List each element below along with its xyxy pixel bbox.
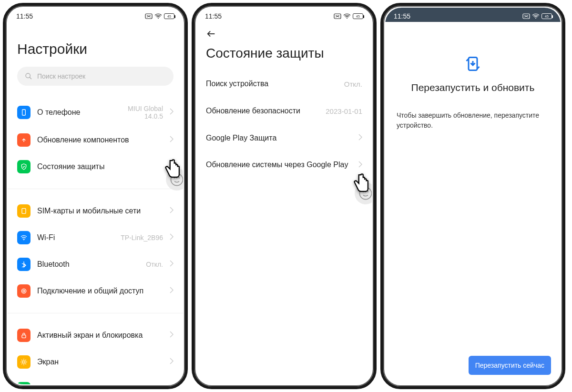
wifi-icon xyxy=(343,13,351,19)
chevron-right-icon xyxy=(170,207,174,215)
search-icon xyxy=(25,72,32,80)
bluetooth-icon xyxy=(17,258,31,271)
chevron-right-icon xyxy=(170,331,174,340)
status-bar: 11:55 45 xyxy=(8,8,183,22)
item-bluetooth[interactable]: Bluetooth Откл. xyxy=(17,251,174,278)
item-lockscreen[interactable]: Активный экран и блокировка xyxy=(17,322,174,349)
svg-line-5 xyxy=(30,77,31,79)
cast-icon xyxy=(145,13,153,19)
wifi-icon xyxy=(17,231,31,244)
item-connection-share[interactable]: Подключение и общий доступ xyxy=(17,278,174,304)
back-button[interactable] xyxy=(206,22,362,44)
clock: 11:55 xyxy=(205,12,222,20)
item-label: Wi-Fi xyxy=(37,233,114,242)
svg-rect-7 xyxy=(22,209,26,214)
item-sound[interactable]: Звук и вибрация xyxy=(17,375,174,384)
chevron-right-icon xyxy=(170,108,174,117)
battery-icon: 45 xyxy=(353,13,363,19)
svg-point-9 xyxy=(23,290,25,292)
svg-rect-6 xyxy=(22,110,26,115)
wifi-icon xyxy=(154,13,162,19)
status-bar: 11:55 45 xyxy=(196,8,372,22)
item-label: Активный экран и блокировка xyxy=(37,331,163,340)
item-label: Обновление компонентов xyxy=(37,135,163,144)
status-icons: 45 xyxy=(522,13,552,19)
lock-icon xyxy=(17,329,31,342)
row-security-update[interactable]: Обновление безопасности 2023-01-01 xyxy=(206,98,362,125)
svg-point-13 xyxy=(171,174,183,186)
cast-icon xyxy=(522,13,530,19)
row-play-protect[interactable]: Google Play Защита xyxy=(206,125,362,152)
status-bar: 11:55 45 xyxy=(385,8,561,22)
item-label: Экран xyxy=(37,357,163,366)
row-label: Google Play Защита xyxy=(206,133,358,143)
upload-icon xyxy=(17,133,31,147)
svg-point-22 xyxy=(535,18,536,19)
item-label: SIM-карты и мобильные сети xyxy=(37,206,163,215)
chevron-right-icon xyxy=(358,134,362,142)
chevron-right-icon xyxy=(170,287,174,295)
row-find-device[interactable]: Поиск устройства Откл. xyxy=(206,70,362,98)
item-label: Состояние защиты xyxy=(37,162,174,171)
item-label: О телефоне xyxy=(37,108,121,117)
restart-now-button[interactable]: Перезапустить сейчас xyxy=(469,356,551,375)
dialog-title: Перезапустить и обновить xyxy=(397,82,549,93)
row-value: 2023-01-01 xyxy=(326,107,362,115)
svg-point-12 xyxy=(22,361,25,363)
chevron-right-icon xyxy=(170,136,174,144)
svg-point-17 xyxy=(347,18,347,19)
sun-icon xyxy=(17,355,31,369)
svg-point-18 xyxy=(360,188,372,200)
battery-icon: 45 xyxy=(164,13,174,19)
share-icon xyxy=(17,284,31,298)
divider xyxy=(8,313,183,313)
row-label: Поиск устройства xyxy=(206,79,344,89)
row-label: Обновление системы через Google Play xyxy=(206,160,358,170)
row-system-update[interactable]: Обновление системы через Google Play xyxy=(206,151,362,179)
divider xyxy=(8,189,183,189)
item-value: MIUI Global 14.0.5 xyxy=(128,105,163,120)
svg-point-8 xyxy=(23,240,24,241)
svg-point-3 xyxy=(158,18,159,19)
item-security-status[interactable]: Состояние защиты xyxy=(17,153,174,180)
chevron-right-icon xyxy=(170,358,174,366)
phone-frame-1: 11:55 45 Настройки Поиск настроек О теле… xyxy=(3,3,188,389)
item-display[interactable]: Экран xyxy=(17,349,174,375)
wifi-icon xyxy=(532,13,540,19)
chevron-right-icon xyxy=(358,161,362,170)
dialog-description: Чтобы завершить обновление, перезапустит… xyxy=(397,111,549,131)
item-label: Подключение и общий доступ xyxy=(37,286,163,295)
speaker-icon xyxy=(17,382,31,384)
item-components-update[interactable]: Обновление компонентов xyxy=(17,127,174,153)
item-wifi[interactable]: Wi-Fi TP-Link_2B96 xyxy=(17,224,174,251)
svg-rect-11 xyxy=(22,335,26,338)
phone-frame-3: 11:55 45 Перезапустить и обновить Чтобы … xyxy=(380,3,565,389)
status-icons: 45 xyxy=(334,13,363,19)
item-label: Звук и вибрация xyxy=(37,384,163,384)
phone-icon xyxy=(17,106,31,119)
page-title: Настройки xyxy=(17,22,174,67)
search-input[interactable]: Поиск настроек xyxy=(17,67,174,86)
item-label: Bluetooth xyxy=(37,260,139,269)
chevron-right-icon xyxy=(170,260,174,269)
item-sim[interactable]: SIM-карты и мобильные сети xyxy=(17,198,174,224)
status-icons: 45 xyxy=(145,13,174,19)
svg-point-4 xyxy=(26,73,30,78)
page-title: Состояние защиты xyxy=(206,44,362,70)
row-label: Обновление безопасности xyxy=(206,106,326,116)
item-value: TP-Link_2B96 xyxy=(121,234,163,241)
item-about-phone[interactable]: О телефоне MIUI Global 14.0.5 xyxy=(17,98,174,127)
update-icon xyxy=(397,22,549,82)
cast-icon xyxy=(334,13,341,19)
phone-frame-2: 11:55 45 Состояние защиты Поиск устройст… xyxy=(192,3,377,389)
shield-icon xyxy=(17,160,31,173)
battery-icon: 45 xyxy=(541,13,552,19)
sim-icon xyxy=(17,204,31,218)
svg-point-10 xyxy=(21,289,26,293)
arrow-left-icon xyxy=(206,29,216,39)
search-placeholder: Поиск настроек xyxy=(37,72,85,80)
watermark-icon xyxy=(355,182,372,204)
row-value: Откл. xyxy=(344,80,362,88)
item-value: Откл. xyxy=(146,261,163,268)
clock: 11:55 xyxy=(394,12,410,20)
